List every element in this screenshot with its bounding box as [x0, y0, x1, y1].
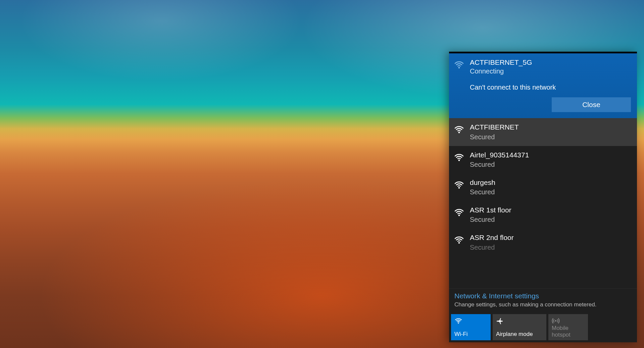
network-name: ACTFIBERNET: [470, 123, 519, 132]
wifi-icon: [454, 207, 464, 218]
network-error-message: Can't connect to this network: [470, 84, 631, 91]
tile-label: Wi-Fi: [454, 331, 487, 338]
network-item[interactable]: ACTFIBERNET Secured: [449, 118, 637, 146]
wifi-icon: [454, 180, 464, 190]
network-name: durgesh: [470, 178, 495, 187]
airplane-icon: [496, 317, 543, 325]
svg-point-4: [458, 214, 460, 216]
network-name: ASR 2nd floor: [470, 233, 514, 242]
wifi-icon: [454, 59, 464, 70]
wifi-icon: [454, 152, 464, 163]
wifi-icon: [454, 124, 464, 135]
wifi-icon: [454, 317, 487, 325]
network-item[interactable]: Airtel_9035144371 Secured: [449, 146, 637, 173]
settings-title: Network & Internet settings: [454, 292, 632, 300]
svg-point-2: [458, 159, 460, 161]
svg-point-7: [555, 320, 556, 321]
tile-wifi[interactable]: Wi-Fi: [451, 314, 491, 340]
svg-point-6: [458, 322, 459, 324]
network-settings-link[interactable]: Network & Internet settings Change setti…: [449, 288, 637, 312]
network-item[interactable]: ASR 1st floor Secured: [449, 201, 637, 229]
network-name: Airtel_9035144371: [470, 151, 529, 159]
tile-label-line2: hotspot: [552, 332, 571, 338]
network-security: Secured: [470, 243, 514, 252]
tile-label: Mobile hotspot: [552, 325, 585, 338]
network-name: ASR 1st floor: [470, 206, 511, 214]
svg-point-5: [458, 242, 460, 244]
wifi-icon: [454, 235, 464, 245]
svg-point-1: [458, 132, 460, 134]
network-item[interactable]: durgesh Secured: [449, 173, 637, 201]
network-security: Secured: [470, 188, 495, 196]
tile-airplane-mode[interactable]: Airplane mode: [493, 314, 546, 340]
network-name: ACTFIBERNET_5G: [470, 58, 532, 67]
network-security: Secured: [470, 215, 511, 224]
tile-mobile-hotspot[interactable]: Mobile hotspot: [548, 314, 588, 340]
network-list: ACTFIBERNET_5G Connecting Can't connect …: [449, 53, 637, 288]
network-security: Secured: [470, 160, 529, 169]
close-button[interactable]: Close: [552, 97, 631, 112]
tile-label: Airplane mode: [496, 331, 543, 338]
network-status: Connecting: [470, 67, 532, 76]
quick-action-tiles: Wi-Fi Airplane mode Mobile hotspot: [449, 312, 637, 342]
network-security: Secured: [470, 133, 519, 141]
tile-label-line1: Mobile: [552, 325, 568, 331]
settings-description: Change settings, such as making a connec…: [454, 301, 632, 308]
hotspot-icon: [552, 317, 585, 325]
network-flyout: ACTFIBERNET_5G Connecting Can't connect …: [449, 52, 637, 342]
svg-point-3: [458, 187, 460, 189]
svg-point-0: [458, 67, 460, 68]
network-item[interactable]: ASR 2nd floor Secured: [449, 229, 637, 251]
network-item-active[interactable]: ACTFIBERNET_5G Connecting Can't connect …: [449, 53, 637, 118]
